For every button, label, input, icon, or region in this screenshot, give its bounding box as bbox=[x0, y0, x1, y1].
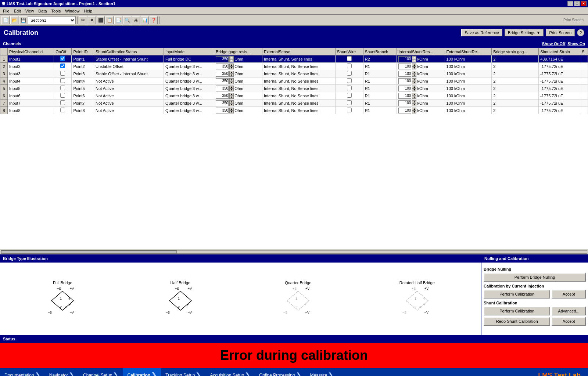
cell-bridge-res[interactable]: ▲ ▼ Ohm bbox=[214, 107, 262, 114]
bridge-res-input[interactable] bbox=[216, 100, 229, 106]
save-as-reference-button[interactable]: Save as Reference bbox=[461, 29, 502, 36]
perform-calibration-injection-button[interactable]: Perform Calibration bbox=[484, 290, 550, 299]
help-button[interactable]: ? bbox=[577, 29, 584, 36]
table-row[interactable]: 8 Input8 Point8 Not Active Quarter bridg… bbox=[0, 107, 588, 114]
bridge-res-input[interactable] bbox=[216, 71, 229, 77]
internal-shunt-input[interactable] bbox=[398, 86, 411, 91]
tb-btn-5[interactable]: 📑 bbox=[114, 16, 122, 24]
save-button[interactable]: 💾 bbox=[19, 16, 27, 24]
cell-internal-shunt[interactable]: ▲ ▼ kOhm bbox=[397, 100, 445, 107]
nav-step-channel-setup[interactable]: Channel Setup ❯ bbox=[79, 368, 123, 376]
menu-window[interactable]: Window bbox=[63, 8, 82, 14]
internal-shunt-down[interactable]: ▼ bbox=[412, 96, 416, 99]
table-container[interactable]: PhysicalChannelId OnOff Point ID ShuntCa… bbox=[0, 48, 588, 249]
internal-shunt-input[interactable] bbox=[398, 78, 411, 84]
cell-onoff[interactable] bbox=[54, 77, 72, 85]
table-row[interactable]: 5 Input5 Point5 Not Active Quarter bridg… bbox=[0, 85, 588, 92]
tb-btn-7[interactable]: 🖨 bbox=[132, 16, 140, 24]
internal-shunt-down[interactable]: ▼ bbox=[412, 88, 416, 91]
bridge-res-up[interactable]: ▲ bbox=[229, 100, 234, 103]
internal-shunt-down[interactable]: ▼ bbox=[412, 103, 416, 106]
internal-shunt-up[interactable]: ▲ bbox=[412, 64, 416, 66]
perform-bridge-nulling-button[interactable]: Perform Bridge Nulling bbox=[484, 273, 586, 282]
bridge-res-input[interactable] bbox=[216, 56, 229, 62]
internal-shunt-input[interactable] bbox=[398, 71, 411, 77]
internal-shunt-input[interactable] bbox=[398, 108, 411, 113]
nav-step-acquisition-setup[interactable]: Acquisition Setup ❯ bbox=[205, 368, 255, 376]
print-screen-button[interactable]: Print Screen bbox=[546, 29, 575, 36]
cell-bridge-res[interactable]: ▲ ▼ Ohm bbox=[214, 92, 262, 100]
open-button[interactable]: 📂 bbox=[10, 16, 18, 24]
cell-shunt-wire[interactable] bbox=[335, 77, 363, 85]
bridge-res-input[interactable] bbox=[216, 108, 229, 113]
bridge-res-down[interactable]: ▼ bbox=[229, 66, 234, 69]
section-select[interactable]: Section1 bbox=[28, 16, 76, 24]
bridge-res-input[interactable] bbox=[216, 78, 229, 84]
cell-internal-shunt[interactable]: ▲ ▼ kOhm bbox=[397, 107, 445, 114]
cell-onoff[interactable] bbox=[54, 63, 72, 70]
nav-step-online-processing[interactable]: Online Processing ❯ bbox=[255, 368, 305, 376]
minimize-button[interactable]: – bbox=[567, 1, 573, 6]
nav-step-tracking-setup[interactable]: Tracking Setup ❯ bbox=[161, 368, 205, 376]
bridge-res-up[interactable]: ▲ bbox=[229, 64, 234, 66]
table-row[interactable]: 3 Input3 Point3 Stable Offset - Internal… bbox=[0, 70, 588, 77]
perform-shunt-calibration-button[interactable]: Perform Calibration bbox=[484, 307, 550, 315]
shunt-advanced-button[interactable]: Advanced... bbox=[552, 307, 586, 315]
cell-bridge-res[interactable]: ▲ ▼ Ohm bbox=[214, 85, 262, 92]
cell-shunt-wire[interactable] bbox=[335, 85, 363, 92]
bridge-res-down[interactable]: ▼ bbox=[229, 111, 234, 113]
cell-internal-shunt[interactable]: ▲ ▼ kOhm bbox=[397, 70, 445, 77]
tb-btn-3[interactable]: ⬛ bbox=[97, 16, 105, 24]
internal-shunt-input[interactable] bbox=[398, 56, 411, 62]
tb-btn-8[interactable]: 📊 bbox=[141, 16, 149, 24]
cell-onoff[interactable] bbox=[54, 107, 72, 114]
bridge-res-down[interactable]: ▼ bbox=[229, 74, 234, 77]
bridge-res-down[interactable]: ▼ bbox=[229, 103, 234, 106]
internal-shunt-up[interactable]: ▲ bbox=[412, 56, 416, 59]
bridge-res-up[interactable]: ▲ bbox=[229, 108, 234, 111]
internal-shunt-down[interactable]: ▼ bbox=[412, 81, 416, 84]
internal-shunt-down[interactable]: ▼ bbox=[412, 74, 416, 77]
nav-step-navigator[interactable]: Navigator ❯ bbox=[45, 368, 79, 376]
bridge-res-down[interactable]: ▼ bbox=[229, 59, 234, 62]
internal-shunt-down[interactable]: ▼ bbox=[412, 66, 416, 69]
cell-shunt-wire[interactable] bbox=[335, 55, 363, 63]
nav-step-calibration[interactable]: Calibration ❯ bbox=[123, 368, 161, 376]
cell-onoff[interactable] bbox=[54, 55, 72, 63]
internal-shunt-down[interactable]: ▼ bbox=[412, 111, 416, 113]
menu-help[interactable]: Help bbox=[82, 8, 94, 14]
internal-shunt-input[interactable] bbox=[398, 64, 411, 69]
cell-onoff[interactable] bbox=[54, 92, 72, 100]
menu-file[interactable]: File bbox=[1, 8, 12, 14]
tb-btn-9[interactable]: ❓ bbox=[150, 16, 158, 24]
cell-bridge-res[interactable]: ▲ ▼ Ohm bbox=[214, 77, 262, 85]
bridge-res-up[interactable]: ▲ bbox=[229, 86, 234, 88]
internal-shunt-up[interactable]: ▲ bbox=[412, 78, 416, 81]
internal-shunt-down[interactable]: ▼ bbox=[412, 59, 416, 62]
nav-step-measure[interactable]: Measure ❯ bbox=[306, 368, 338, 376]
tb-btn-6[interactable]: 🔍 bbox=[123, 16, 131, 24]
redo-accept-button[interactable]: Accept bbox=[552, 317, 586, 326]
table-row[interactable]: 6 Input6 Point6 Not Active Quarter bridg… bbox=[0, 92, 588, 100]
menu-data[interactable]: Data bbox=[36, 8, 49, 14]
internal-shunt-up[interactable]: ▲ bbox=[412, 93, 416, 96]
show-onoff-button[interactable]: Show OnOff bbox=[542, 41, 566, 46]
tb-btn-2[interactable]: ✕ bbox=[88, 16, 96, 24]
bridge-res-up[interactable]: ▲ bbox=[229, 93, 234, 96]
cell-shunt-wire[interactable] bbox=[335, 107, 363, 114]
internal-shunt-up[interactable]: ▲ bbox=[412, 71, 416, 74]
cell-shunt-wire[interactable] bbox=[335, 100, 363, 107]
bridge-res-input[interactable] bbox=[216, 93, 229, 99]
bridge-res-up[interactable]: ▲ bbox=[229, 71, 234, 74]
close-button[interactable]: ✕ bbox=[581, 1, 587, 6]
bridge-res-input[interactable] bbox=[216, 64, 229, 69]
table-row[interactable]: 2 Input2 Point2 Unstable Offset Quarter … bbox=[0, 63, 588, 70]
internal-shunt-up[interactable]: ▲ bbox=[412, 108, 416, 111]
cell-shunt-wire[interactable] bbox=[335, 70, 363, 77]
nav-step-documentation[interactable]: Documentation ❯ bbox=[0, 368, 45, 376]
table-row[interactable]: 4 Input4 Point4 Not Active Quarter bridg… bbox=[0, 77, 588, 85]
tb-btn-4[interactable]: 📋 bbox=[105, 16, 114, 24]
internal-shunt-input[interactable] bbox=[398, 100, 411, 106]
bridge-res-up[interactable]: ▲ bbox=[229, 56, 234, 59]
cell-onoff[interactable] bbox=[54, 100, 72, 107]
